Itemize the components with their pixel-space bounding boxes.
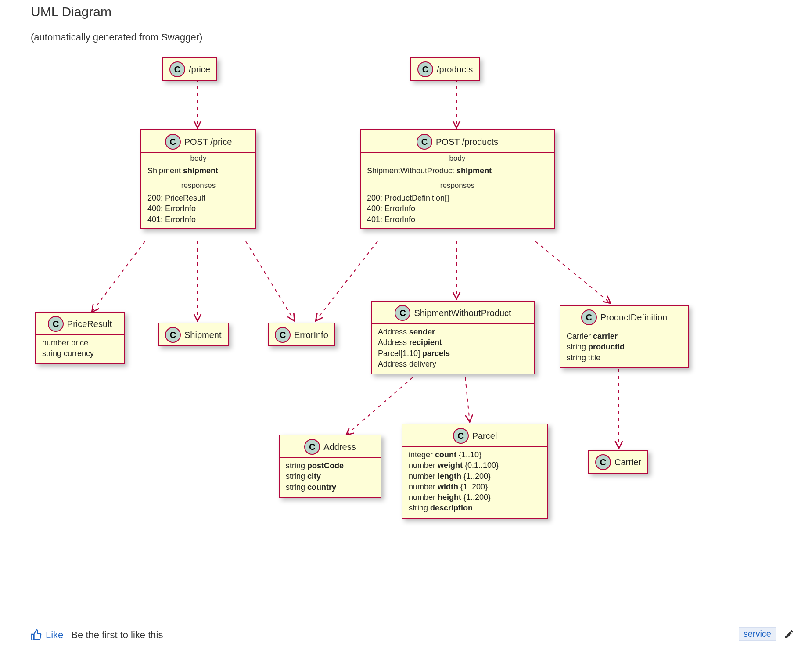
class-icon: C xyxy=(169,61,185,77)
class-shipment: CShipment xyxy=(158,323,229,346)
class-shipment-without-product: CShipmentWithoutProduct Address sender A… xyxy=(371,301,535,374)
svg-line-7 xyxy=(535,241,610,303)
pencil-icon xyxy=(784,629,794,640)
field: number width {1..200} xyxy=(409,482,541,492)
field: string title xyxy=(567,352,682,363)
class-parcel: CParcel integer count {1..10} number wei… xyxy=(402,424,548,519)
class-icon: C xyxy=(165,134,181,150)
thumbs-up-icon xyxy=(31,629,42,641)
class-icon: C xyxy=(304,439,320,455)
class-product-definition: CProductDefinition Carrier carrier strin… xyxy=(560,305,689,368)
class-carrier: CCarrier xyxy=(588,450,648,474)
field: string currency xyxy=(42,348,118,359)
field: string productId xyxy=(567,341,682,352)
class-icon: C xyxy=(165,327,181,343)
class-errorinfo: CErrorInfo xyxy=(268,323,335,346)
svg-line-2 xyxy=(92,241,145,312)
class-icon: C xyxy=(275,327,291,343)
class-price-result: CPriceResult number price string currenc… xyxy=(35,312,125,364)
field: Parcel[1:10] parcels xyxy=(378,348,528,359)
class-icon: C xyxy=(417,61,433,77)
class-price-root: C/price xyxy=(162,57,217,81)
page-subtitle: (automatically generated from Swagger) xyxy=(31,32,202,43)
class-icon: C xyxy=(595,454,611,470)
class-icon: C xyxy=(48,316,64,332)
class-address: CAddress string postCode string city str… xyxy=(279,435,381,498)
response-row: 200: PriceResult xyxy=(147,193,249,203)
field: ShipmentWithoutProduct shipmentShipmentW… xyxy=(367,165,548,176)
class-post-price: CPOST /price body Shipment Shipment ship… xyxy=(140,129,256,229)
page-title: UML Diagram xyxy=(31,4,111,19)
svg-line-4 xyxy=(246,241,294,320)
like-button[interactable]: Like xyxy=(31,629,63,641)
svg-line-9 xyxy=(465,377,470,421)
field: number length {1..200} xyxy=(409,471,541,482)
field: string city xyxy=(286,471,374,482)
tag-service[interactable]: service xyxy=(739,627,776,641)
footer: Like Be the first to like this xyxy=(31,629,163,641)
response-row: 400: ErrorInfo xyxy=(147,203,249,214)
like-count-text: Be the first to like this xyxy=(71,629,163,641)
class-post-products: CPOST /products body ShipmentWithoutProd… xyxy=(360,129,555,229)
response-row: 401: ErrorInfo xyxy=(367,214,548,225)
field: string description xyxy=(409,503,541,513)
field: Address sender xyxy=(378,327,528,337)
edit-button[interactable] xyxy=(784,629,794,640)
uml-diagram: C/price C/products CPOST /price body Shi… xyxy=(31,53,742,579)
class-icon: C xyxy=(581,309,597,325)
class-products-root: C/products xyxy=(410,57,480,81)
class-icon: C xyxy=(453,428,469,444)
field: string postCode xyxy=(286,460,374,471)
class-icon: C xyxy=(395,305,410,321)
field: Address delivery xyxy=(378,359,528,369)
field: string country xyxy=(286,482,374,492)
field: integer count {1..10} xyxy=(409,449,541,460)
svg-line-5 xyxy=(316,241,377,320)
field: Shipment Shipment shipmentshipment xyxy=(147,165,249,176)
response-row: 400: ErrorInfo xyxy=(367,203,548,214)
field: number height {1..200} xyxy=(409,492,541,503)
field: Address recipient xyxy=(378,337,528,348)
field: number price xyxy=(42,338,118,348)
class-icon: C xyxy=(417,134,432,150)
response-row: 401: ErrorInfo xyxy=(147,214,249,225)
field: number weight {0.1..100} xyxy=(409,460,541,471)
response-row: 200: ProductDefinition[] xyxy=(367,193,548,203)
field: Carrier carrier xyxy=(567,331,682,341)
